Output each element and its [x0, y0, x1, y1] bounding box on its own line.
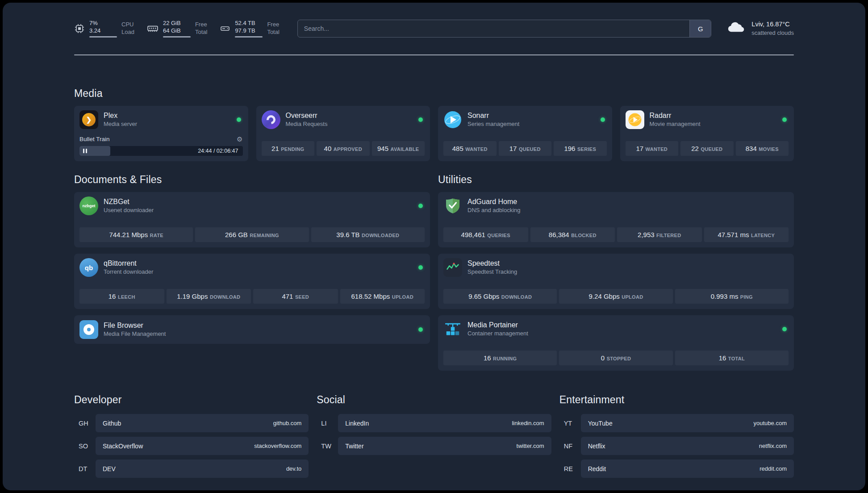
section-title-developer: Developer	[74, 394, 309, 406]
search-input[interactable]	[298, 20, 689, 37]
service-name: Overseerr	[286, 111, 328, 121]
bookmark-link-netflix[interactable]: Netflix netflix.com	[581, 437, 794, 455]
bookmark-link-youtube[interactable]: YouTube youtube.com	[581, 414, 794, 432]
stat-download: 9.65 Gbps DOWNLOAD	[443, 289, 557, 304]
service-name: Radarr	[650, 111, 701, 121]
service-name: Media Portainer	[467, 321, 528, 330]
settings-icon[interactable]: ⚙	[237, 136, 242, 142]
playback-time: 24:44 / 02:06:47	[198, 148, 238, 154]
sonarr-icon	[443, 110, 462, 129]
service-card-speedtest[interactable]: Speedtest Speedtest Tracking 9.65 Gbps D…	[438, 254, 794, 309]
stat-upload: 9.24 Gbps UPLOAD	[559, 289, 672, 304]
stat-series: 196 SERIES	[554, 141, 607, 156]
ram-total-value: 64 GiB	[163, 27, 191, 35]
bookmark-row: SO StackOverflow stackoverflow.com	[74, 437, 309, 455]
bookmark-link-linkedin[interactable]: LinkedIn linkedin.com	[338, 414, 551, 432]
bookmark-abbr: SO	[74, 443, 96, 450]
disk-free-value: 52.4 TB	[235, 20, 263, 27]
service-subtitle: Series management	[467, 121, 519, 128]
section-title-utilities: Utilities	[438, 174, 794, 186]
stat-latency: 47.571 ms LATENCY	[704, 227, 789, 242]
status-dot	[418, 265, 423, 270]
service-card-radarr[interactable]: Radarr Movie management 17 WANTED 22 QUE…	[620, 106, 794, 161]
dashboard-window: 7% 3.24 CPU Load	[3, 3, 865, 490]
disk-widget: 52.4 TB 97.9 TB Free Total	[220, 20, 279, 38]
search-provider-button[interactable]: G	[689, 20, 711, 37]
qbittorrent-icon: qb	[79, 258, 98, 277]
stat-queries: 498,461 QUERIES	[443, 227, 528, 242]
bookmark-row: YT YouTube youtube.com	[559, 414, 794, 432]
disk-label-1: Free	[267, 21, 279, 29]
status-dot	[601, 117, 605, 122]
bookmark-abbr: RE	[559, 465, 581, 472]
service-card-filebrowser[interactable]: File Browser Media File Management	[74, 315, 430, 344]
section-media: Media ❯ Plex Media server	[74, 88, 794, 161]
stat-remaining: 266 GB REMAINING	[195, 227, 309, 242]
section-title-documents: Documents & Files	[74, 174, 430, 186]
stat-upload: 618.52 Mbps UPLOAD	[340, 289, 425, 304]
stat-wanted: 17 WANTED	[626, 141, 679, 156]
service-card-adguard[interactable]: AdGuard Home DNS and adblocking 498,461 …	[438, 192, 794, 247]
portainer-icon	[443, 320, 462, 338]
ram-icon	[147, 23, 159, 34]
bookmark-abbr: GH	[74, 420, 96, 427]
bookmark-row: GH Github github.com	[74, 414, 309, 432]
service-card-plex[interactable]: ❯ Plex Media server Bullet Train ⚙	[74, 106, 248, 161]
stat-leech: 16 LEECH	[79, 289, 164, 304]
bookmark-link-github[interactable]: Github github.com	[96, 414, 309, 432]
service-name: Speedtest	[467, 259, 517, 268]
service-card-qbittorrent[interactable]: qb qBittorrent Torrent downloader 16	[74, 254, 430, 309]
bookmark-row: DT DEV dev.to	[74, 460, 309, 478]
service-name: NZBGet	[104, 197, 154, 207]
ram-widget: 22 GiB 64 GiB Free Total	[147, 20, 207, 38]
resource-widgets: 7% 3.24 CPU Load	[74, 20, 280, 38]
stat-rate: 744.21 Mbps RATE	[79, 227, 193, 242]
disk-label-2: Total	[267, 29, 279, 36]
now-playing-title: Bullet Train	[79, 136, 110, 142]
bookmark-link-twitter[interactable]: Twitter twitter.com	[338, 437, 551, 455]
bookmark-link-dev[interactable]: DEV dev.to	[96, 460, 309, 478]
disk-total-value: 97.9 TB	[235, 27, 263, 35]
pause-button[interactable]	[83, 149, 87, 153]
stat-downloaded: 39.6 TB DOWNLOADED	[311, 227, 425, 242]
status-dot	[782, 117, 787, 122]
stat-movies: 834 MOVIES	[736, 141, 789, 156]
service-card-sonarr[interactable]: Sonarr Series management 485 WANTED 17 Q…	[438, 106, 612, 161]
bookmark-group-developer: Developer GH Github github.com SO StackO…	[74, 394, 309, 482]
bookmark-row: LI LinkedIn linkedin.com	[317, 414, 551, 432]
stat-pending: 21 PENDING	[262, 141, 315, 156]
service-name: AdGuard Home	[467, 197, 521, 207]
stat-wanted: 485 WANTED	[443, 141, 497, 156]
stat-available: 945 AVAILABLE	[372, 141, 425, 156]
cpu-load-value: 3.24	[89, 27, 117, 35]
bookmark-link-stackoverflow[interactable]: StackOverflow stackoverflow.com	[96, 437, 309, 455]
disk-bar	[235, 36, 263, 38]
plex-icon: ❯	[79, 110, 98, 129]
service-subtitle: Speedtest Tracking	[467, 268, 517, 276]
filebrowser-icon	[79, 320, 98, 339]
cloud-icon	[726, 21, 746, 37]
cpu-label-2: Load	[121, 29, 134, 36]
service-name: File Browser	[104, 321, 166, 330]
section-title-media: Media	[74, 88, 794, 100]
service-subtitle: Container management	[467, 330, 528, 338]
service-card-nzbget[interactable]: nzbget NZBGet Usenet downloader 744.21 M…	[74, 192, 430, 247]
section-documents: Documents & Files nzbget NZBGet Usenet d…	[74, 174, 430, 371]
nzbget-icon: nzbget	[79, 196, 98, 215]
playback-progress-bar[interactable]: 24:44 / 02:06:47	[79, 146, 243, 156]
stat-running: 16 RUNNING	[443, 351, 557, 365]
stat-total: 16 TOTAL	[675, 351, 789, 365]
service-card-overseerr[interactable]: Overseerr Media Requests 21 PENDING 40 A…	[256, 106, 430, 161]
bookmark-abbr: DT	[74, 465, 96, 472]
bookmark-row: RE Reddit reddit.com	[559, 460, 794, 478]
service-card-portainer[interactable]: Media Portainer Container management 16 …	[438, 315, 794, 371]
radarr-icon	[626, 110, 644, 129]
overseerr-icon	[262, 110, 280, 129]
cpu-usage-value: 7%	[89, 20, 117, 27]
bookmark-link-reddit[interactable]: Reddit reddit.com	[581, 460, 794, 478]
service-name: qBittorrent	[104, 259, 153, 268]
ram-bar	[163, 36, 191, 38]
service-subtitle: Media server	[104, 121, 137, 128]
cpu-bar	[89, 36, 117, 38]
stat-queued: 22 QUEUED	[680, 141, 734, 156]
